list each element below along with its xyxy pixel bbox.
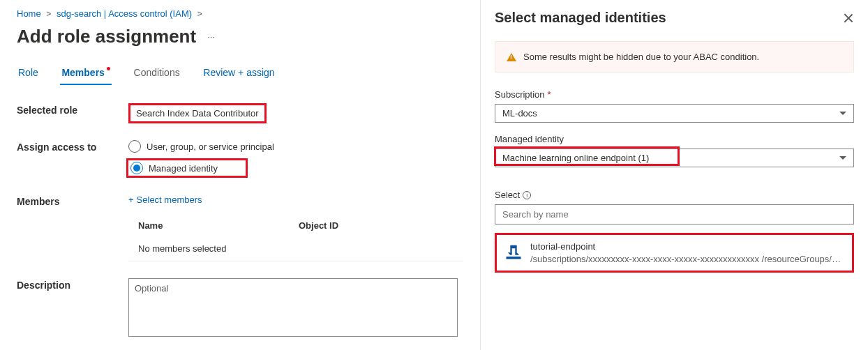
info-icon[interactable]: i [523, 191, 531, 199]
managed-identity-value: Machine learning online endpoint (1) [502, 153, 649, 163]
warning-icon [507, 53, 516, 61]
managed-identity-dropdown[interactable]: Machine learning online endpoint (1) [495, 149, 854, 167]
managed-identity-label: Managed identity [495, 134, 854, 144]
radio-label: Managed identity [149, 163, 218, 174]
plus-icon: + [128, 195, 134, 205]
page-title: Add role assignment [17, 26, 196, 47]
tab-members[interactable]: Members [60, 63, 111, 85]
subscription-dropdown[interactable]: ML-docs [495, 104, 854, 123]
machine-learning-icon [504, 242, 523, 261]
column-name: Name [138, 220, 299, 231]
result-path: /subscriptions/xxxxxxxxx-xxxx-xxxx-xxxxx… [530, 253, 845, 266]
tab-conditions[interactable]: Conditions [133, 63, 181, 84]
warning-banner: Some results might be hidden due to your… [495, 41, 854, 73]
select-members-label: Select members [137, 195, 202, 205]
result-name: tutorial-endpoint [530, 241, 845, 253]
radio-user-group-sp[interactable]: User, group, or service principal [128, 140, 463, 153]
no-members-text: No members selected [128, 236, 463, 261]
radio-icon [128, 140, 141, 153]
radio-managed-identity[interactable]: Managed identity [128, 162, 218, 174]
breadcrumb-resource[interactable]: sdg-search | Access control (IAM) [57, 8, 192, 19]
radio-icon [130, 162, 143, 174]
chevron-down-icon [839, 112, 846, 115]
search-input[interactable] [495, 204, 854, 225]
select-label: Select i [495, 190, 854, 200]
warning-text: Some results might be hidden due to your… [523, 52, 759, 62]
more-actions-button[interactable]: ··· [203, 29, 219, 45]
chevron-right-icon: > [46, 9, 51, 19]
panel-title: Select managed identities [495, 10, 666, 26]
description-label: Description [17, 278, 128, 291]
chevron-right-icon: > [197, 9, 202, 19]
radio-label: User, group, or service principal [147, 142, 274, 152]
selected-role-label: Selected role [17, 103, 128, 116]
tabs: Role Members Conditions Review + assign [17, 63, 463, 85]
identity-result-item[interactable]: tutorial-endpoint /subscriptions/xxxxxxx… [495, 233, 854, 273]
subscription-value: ML-docs [502, 108, 537, 119]
breadcrumb: Home > sdg-search | Access control (IAM)… [17, 8, 463, 19]
select-members-link[interactable]: + Select members [128, 195, 202, 205]
chevron-down-icon [839, 156, 846, 160]
assign-access-label: Assign access to [17, 140, 128, 153]
description-input[interactable] [128, 278, 458, 337]
column-object-id: Object ID [299, 220, 338, 231]
tab-review-assign[interactable]: Review + assign [202, 63, 276, 84]
subscription-label: Subscription* [495, 89, 854, 100]
close-icon[interactable] [843, 13, 854, 24]
breadcrumb-home[interactable]: Home [17, 8, 41, 19]
selected-role-value: Search Index Data Contributor [128, 103, 267, 123]
members-label: Members [17, 195, 128, 207]
tab-role[interactable]: Role [17, 63, 40, 84]
